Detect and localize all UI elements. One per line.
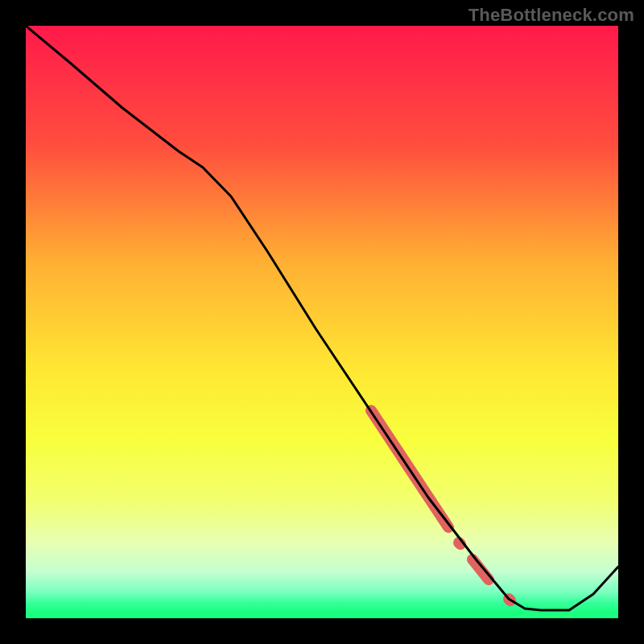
watermark-text: TheBottleneck.com — [469, 5, 634, 26]
chart-frame: TheBottleneck.com — [0, 0, 644, 644]
chart-svg — [26, 26, 618, 618]
salmon-dot-upper — [459, 543, 460, 544]
plot-area — [26, 26, 618, 618]
gradient-background — [26, 26, 618, 618]
